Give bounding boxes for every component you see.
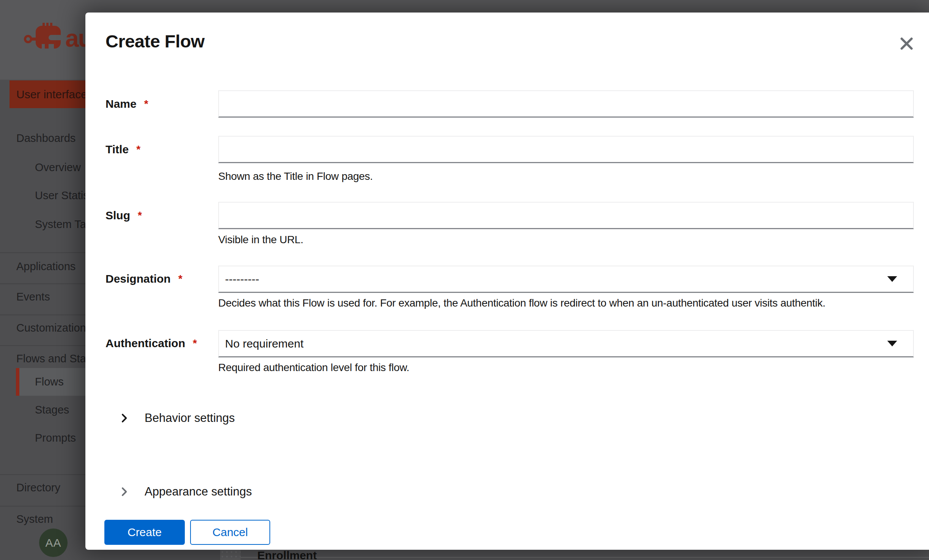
caret-down-icon bbox=[887, 341, 897, 346]
modal-title: Create Flow bbox=[105, 31, 205, 52]
chevron-right-icon bbox=[119, 486, 129, 497]
slug-label: Slug* bbox=[105, 209, 142, 222]
sidebar-item-dashboards[interactable]: Dashboards bbox=[16, 131, 76, 145]
cancel-button[interactable]: Cancel bbox=[190, 520, 270, 545]
close-button[interactable] bbox=[897, 34, 916, 53]
name-input[interactable] bbox=[218, 90, 914, 118]
background-drag-handle-column bbox=[220, 550, 241, 560]
authentication-helper-text: Required authentication level for this f… bbox=[218, 361, 924, 374]
required-asterisk: * bbox=[138, 209, 142, 221]
chevron-right-icon bbox=[119, 413, 129, 423]
sidebar-item-overview[interactable]: Overview bbox=[35, 160, 81, 174]
title-input[interactable] bbox=[218, 136, 914, 163]
slug-helper-text: Visible in the URL. bbox=[218, 233, 924, 246]
authentik-logo-icon bbox=[23, 23, 63, 55]
create-button[interactable]: Create bbox=[104, 520, 185, 545]
slug-input[interactable] bbox=[218, 202, 914, 229]
create-flow-modal: Create Flow Name* Title* Shown as the Ti… bbox=[85, 13, 929, 550]
sidebar-item-applications[interactable]: Applications bbox=[16, 260, 76, 273]
background-table-row-border bbox=[241, 557, 929, 558]
designation-select[interactable]: --------- bbox=[218, 266, 914, 293]
name-label: Name* bbox=[105, 97, 148, 111]
sidebar-item-system[interactable]: System bbox=[16, 512, 53, 526]
background-table bbox=[220, 550, 929, 560]
authentication-selected-value: No requirement bbox=[225, 337, 887, 350]
authentication-select[interactable]: No requirement bbox=[218, 330, 914, 357]
caret-down-icon bbox=[887, 276, 897, 282]
close-icon bbox=[898, 35, 915, 52]
sidebar-item-stages[interactable]: Stages bbox=[35, 403, 69, 417]
required-asterisk: * bbox=[144, 98, 148, 110]
designation-selected-value: --------- bbox=[225, 273, 887, 286]
designation-helper-text: Decides what this Flow is used for. For … bbox=[218, 297, 924, 310]
background-row-enrollment: Enrollment bbox=[257, 549, 317, 560]
required-asterisk: * bbox=[193, 337, 197, 349]
sidebar-item-flows[interactable]: Flows bbox=[35, 375, 64, 389]
title-label: Title* bbox=[105, 143, 140, 156]
behavior-settings-toggle[interactable]: Behavior settings bbox=[119, 411, 235, 426]
required-asterisk: * bbox=[136, 143, 140, 155]
sidebar-item-prompts[interactable]: Prompts bbox=[35, 431, 76, 445]
sidebar-banner-label: User interface bbox=[16, 88, 87, 101]
required-asterisk: * bbox=[178, 273, 183, 285]
sidebar-item-customization[interactable]: Customization bbox=[16, 321, 86, 335]
appearance-settings-toggle[interactable]: Appearance settings bbox=[119, 484, 252, 499]
designation-label: Designation* bbox=[105, 272, 183, 286]
user-avatar[interactable]: AA bbox=[39, 529, 68, 557]
authentication-label: Authentication* bbox=[105, 337, 197, 350]
sidebar-item-directory[interactable]: Directory bbox=[16, 481, 60, 494]
sidebar-item-events[interactable]: Events bbox=[16, 290, 50, 304]
title-helper-text: Shown as the Title in Flow pages. bbox=[218, 170, 924, 183]
